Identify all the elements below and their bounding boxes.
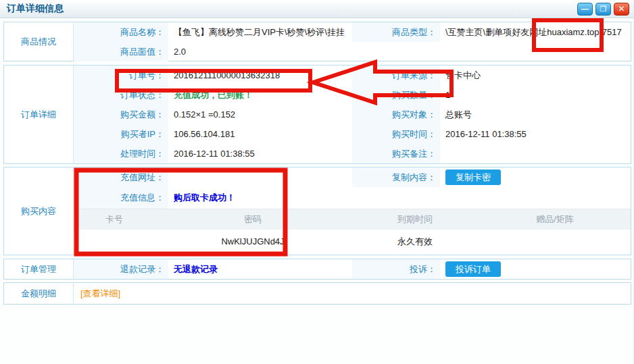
maximize-button[interactable]: ❐: [595, 3, 611, 16]
order-status-label: 订单状态：: [74, 85, 168, 105]
process-time-label: 处理时间：: [74, 144, 168, 163]
row-refund: 退款记录： 无退款记录 投诉： 投诉订单: [74, 259, 631, 279]
row-buy-amount: 购买金额： 0.152×1 =0.152 购买对象： 总账号: [74, 105, 631, 124]
card-expiry-cell: 永久有效: [351, 230, 479, 254]
order-detail-window: 订单详细信息 — ❐ ✕ 商品情况 商品名称： 【鱼飞】离线秒赞二月VIP卡\秒…: [0, 0, 634, 364]
buy-amount-label: 购买金额：: [74, 105, 168, 124]
minimize-icon: —: [581, 5, 589, 13]
card-gift-cell: [479, 230, 631, 254]
buy-quantity-value: 1: [440, 90, 631, 100]
buy-quantity-label: 购买数量：: [352, 85, 440, 105]
row-recharge-url: 充值网址： 复制内容： 复制卡密: [74, 167, 631, 187]
product-name-label: 商品名称：: [74, 22, 168, 42]
maximize-icon: ❐: [600, 5, 607, 14]
order-number-label: 订单号：: [74, 66, 168, 85]
section-header-product: 商品情况: [4, 22, 74, 61]
buy-time-label: 购买时间：: [352, 124, 440, 144]
recharge-info-value: 购后取卡成功！: [168, 192, 631, 204]
section-header-order: 订单详细: [4, 66, 74, 163]
row-recharge-info: 充值信息： 购后取卡成功！: [74, 187, 631, 209]
product-type-label: 商品类型：: [352, 22, 440, 42]
card-number-cell: [74, 230, 155, 254]
buyer-ip-label: 购买者IP：: [74, 124, 168, 144]
card-password-header: 密码: [155, 209, 351, 230]
section-header-amount: 金额明细: [4, 283, 74, 304]
buy-time-value: 2016-12-11 01:38:55: [440, 129, 631, 139]
order-source-label: 订单来源：: [352, 66, 440, 85]
order-number-value: 2016121110000013632318: [168, 70, 352, 80]
buy-amount-value: 0.152×1 =0.152: [168, 109, 352, 120]
card-number-header: 卡号: [74, 209, 155, 230]
close-button[interactable]: ✕: [614, 3, 629, 16]
copy-card-secret-button[interactable]: 复制卡密: [445, 170, 501, 185]
section-order-detail: 订单详细 订单号： 2016121110000013632318 订单来源： 售…: [3, 65, 631, 164]
card-password-cell: NwKlJUJGNd4J: [155, 230, 351, 254]
card-table: 卡号 密码 到期时间 赠品/矩阵 NwKlJUJGNd4J 永久有效: [74, 209, 631, 254]
card-expiry-header: 到期时间: [351, 209, 479, 230]
row-order-number: 订单号： 2016121110000013632318 订单来源： 售卡中心: [74, 66, 631, 85]
title-bar: 订单详细信息 — ❐ ✕: [0, 0, 633, 18]
window-controls: — ❐ ✕: [577, 3, 629, 16]
section-product-info: 商品情况 商品名称： 【鱼飞】离线秒赞二月VIP卡\秒赞\秒评\挂挂 商品类型：…: [3, 22, 631, 61]
card-table-row: NwKlJUJGNd4J 永久有效: [74, 230, 631, 254]
section-order-manage: 订单管理 退款记录： 无退款记录 投诉： 投诉订单: [3, 259, 631, 280]
buy-target-label: 购买对象：: [352, 105, 440, 124]
product-type-value: \互赞主页\删单项好友网址huaxiamz.top(7517: [440, 26, 631, 38]
product-facevalue-value: 2.0: [168, 47, 631, 57]
refund-record-value: 无退款记录: [168, 263, 352, 276]
order-source-value: 售卡中心: [440, 70, 631, 82]
buyer-ip-value: 106.56.104.181: [168, 129, 352, 139]
minimize-button[interactable]: —: [577, 3, 593, 16]
view-detail-link[interactable]: [查看详细]: [74, 288, 120, 300]
recharge-url-label: 充值网址：: [74, 167, 168, 187]
buy-remark-label: 购买备注：: [352, 144, 440, 163]
section-purchase-content: 购买内容 充值网址： 复制内容： 复制卡密 充值信息： 购后取卡成功！ 卡号 密…: [3, 167, 631, 255]
card-table-header-row: 卡号 密码 到期时间 赠品/矩阵: [74, 209, 631, 230]
copy-content-label: 复制内容：: [352, 167, 440, 187]
recharge-info-label: 充值信息：: [74, 187, 168, 209]
row-order-status: 订单状态： 充值成功，已到账！ 购买数量： 1: [74, 85, 631, 105]
complain-order-button[interactable]: 投诉订单: [445, 261, 501, 277]
row-process-time: 处理时间： 2016-12-11 01:38:55 购买备注：: [74, 144, 631, 163]
complaint-label: 投诉：: [352, 259, 440, 279]
close-icon: ✕: [618, 4, 625, 14]
row-buyer-ip: 购买者IP： 106.56.104.181 购买时间： 2016-12-11 0…: [74, 124, 631, 144]
order-status-value: 充值成功，已到账！: [168, 89, 352, 101]
process-time-value: 2016-12-11 01:38:55: [168, 149, 352, 159]
product-name-value: 【鱼飞】离线秒赞二月VIP卡\秒赞\秒评\挂挂: [168, 26, 352, 38]
section-amount-detail: 金额明细 [查看详细]: [3, 282, 631, 305]
section-header-content: 购买内容: [4, 167, 74, 255]
row-product-value: 商品面值： 2.0: [74, 42, 631, 61]
refund-record-label: 退款记录：: [74, 259, 168, 279]
product-facevalue-label: 商品面值：: [74, 42, 168, 61]
row-product-name: 商品名称： 【鱼飞】离线秒赞二月VIP卡\秒赞\秒评\挂挂 商品类型： \互赞主…: [74, 22, 631, 42]
section-header-manage: 订单管理: [4, 259, 74, 279]
page-title: 订单详细信息: [7, 3, 64, 15]
buy-target-value: 总账号: [440, 109, 631, 121]
card-gift-header: 赠品/矩阵: [479, 209, 631, 230]
